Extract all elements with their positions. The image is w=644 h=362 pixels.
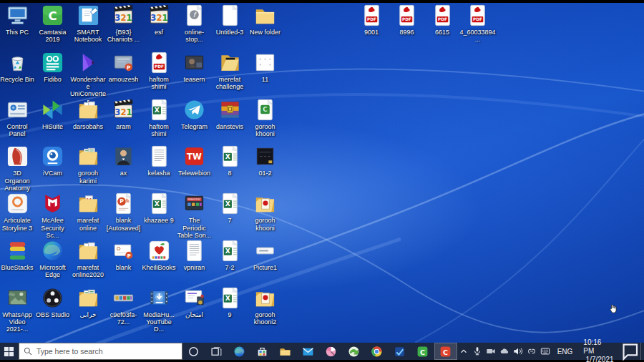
desktop-icon[interactable]: iVCam bbox=[35, 145, 70, 177]
camtasia-icon: C bbox=[41, 4, 64, 27]
desktop-icon[interactable]: danstevis bbox=[213, 98, 248, 130]
desktop-icon[interactable]: Cgorooh khooni bbox=[248, 98, 283, 138]
desktop-icon[interactable]: امتحان bbox=[177, 286, 212, 318]
desktop-icon[interactable]: vpniran bbox=[177, 239, 212, 271]
microphone-icon[interactable] bbox=[471, 343, 484, 360]
desktop-icon[interactable]: SMART Notebook bbox=[71, 4, 106, 44]
pdf-icon: PDF bbox=[360, 4, 384, 27]
onedrive-cloud-icon[interactable] bbox=[498, 343, 512, 360]
desktop-icon[interactable]: KheiliBooks bbox=[142, 239, 177, 271]
desktop-icon[interactable]: Pblank [Autosaved] bbox=[106, 192, 141, 232]
desktop-icon[interactable]: PDFhaftom shimi bbox=[142, 51, 177, 91]
desktop-icon[interactable]: X7-2 bbox=[213, 239, 248, 271]
desktop-icon[interactable]: BlueStacks bbox=[0, 239, 35, 271]
desktop-icon[interactable]: gorooh karimi bbox=[71, 145, 106, 185]
cortana-button[interactable] bbox=[182, 343, 205, 360]
desktop-icon[interactable]: Mmarefat online bbox=[71, 192, 106, 232]
file-explorer-taskbar-button[interactable] bbox=[274, 343, 297, 360]
desktop-icon[interactable]: X7 bbox=[213, 192, 248, 224]
desktop-icon[interactable]: MediaHu... YouTube D... bbox=[142, 286, 177, 333]
desktop-icon[interactable]: c9ef03fa-72... bbox=[106, 286, 141, 326]
desktop-icon[interactable]: ax bbox=[106, 145, 141, 177]
desktop-icon[interactable]: Telegram bbox=[177, 98, 212, 130]
show-desktop-button[interactable] bbox=[640, 343, 644, 360]
task-view-button[interactable] bbox=[205, 343, 228, 360]
desktop-icon[interactable]: − − −01-2 bbox=[248, 145, 283, 177]
desktop-icon-label: 11 bbox=[262, 76, 268, 83]
desktop-icon[interactable]: Xhaftom shimi bbox=[142, 98, 177, 138]
desktop-icon[interactable]: X9 bbox=[213, 286, 248, 318]
desktop-icon[interactable]: kelasha bbox=[142, 145, 177, 177]
desktop-icon[interactable]: gorooh khooni2 bbox=[248, 286, 283, 326]
desktop-icon[interactable]: This PC bbox=[0, 4, 35, 36]
desktop-icon-label: MediaHu... YouTube D... bbox=[142, 311, 177, 333]
idm-link-icon[interactable] bbox=[525, 343, 539, 360]
desktop-icon[interactable]: Xkhazaee 9 bbox=[142, 192, 177, 224]
desktop-icon[interactable]: Microsoft Edge bbox=[35, 239, 70, 279]
speaker-icon[interactable] bbox=[512, 343, 525, 360]
desktop-icon[interactable]: merefat challenge bbox=[213, 51, 248, 91]
mail-taskbar-button[interactable] bbox=[297, 343, 320, 360]
desktop-icon[interactable]: Untitled-3 bbox=[213, 4, 248, 36]
desktop-icon[interactable]: Articulate Storyline 3 bbox=[0, 192, 35, 232]
desktop-icon[interactable]: PDF6615 bbox=[425, 4, 460, 36]
desktop-icon[interactable]: 321esf bbox=[142, 4, 177, 36]
desktop-icon[interactable]: teasern bbox=[177, 51, 212, 83]
edge-icon bbox=[41, 239, 64, 263]
svg-text:PERIODIC: PERIODIC bbox=[187, 197, 201, 201]
desktop-icon[interactable]: 321{B93} Chariiots ... bbox=[106, 4, 141, 44]
desktop-icon[interactable]: Control Panel bbox=[0, 98, 35, 138]
desktop-icon[interactable]: WhatsApp Video 2021-... bbox=[0, 286, 35, 333]
desktop-icon-label: Picture1 bbox=[253, 264, 277, 271]
taskbar-search-box[interactable]: Type here to search bbox=[19, 343, 182, 360]
folder-icon bbox=[253, 4, 277, 27]
chrome-taskbar-button[interactable] bbox=[366, 343, 389, 360]
desktop-icon[interactable]: darsobahs bbox=[71, 98, 106, 130]
desktop-icon[interactable]: McAfee Security Sc... bbox=[35, 192, 70, 239]
desktop-icon[interactable]: HiSuite bbox=[35, 98, 70, 130]
chevron-up-icon[interactable] bbox=[457, 343, 471, 360]
desktop-icon[interactable]: marefat online2020 bbox=[71, 239, 106, 279]
desktop-icon[interactable]: gorooh khooni bbox=[248, 192, 283, 232]
excel-folder-icon bbox=[77, 286, 100, 310]
taskbar-clock[interactable]: 10:16 PM 1/7/2021 bbox=[577, 343, 619, 360]
desktop-icon[interactable]: Picture1 bbox=[248, 239, 283, 271]
svg-text:X: X bbox=[154, 106, 159, 114]
desktop-icon[interactable]: PDF9001 bbox=[354, 4, 389, 36]
desktop-icon[interactable]: 3D Organon Anatomy bbox=[0, 145, 35, 192]
idm-taskbar-button[interactable] bbox=[343, 343, 366, 360]
edge-taskbar-taskbar-button[interactable] bbox=[228, 343, 251, 360]
blue-app-taskbar-button[interactable] bbox=[389, 343, 411, 360]
desktop-icon[interactable]: PDF8996 bbox=[389, 4, 424, 36]
store-taskbar-button[interactable] bbox=[251, 343, 274, 360]
windows-desktop: This PCCCamtasia 2019SMART Notebook321{B… bbox=[0, 0, 644, 362]
desktop-icon[interactable]: Pblank bbox=[106, 239, 141, 271]
image-folder-icon bbox=[253, 192, 277, 215]
language-indicator[interactable]: ENG bbox=[552, 343, 578, 360]
desktop-icon[interactable]: 11 bbox=[248, 51, 283, 83]
picpick-taskbar-button[interactable] bbox=[320, 343, 343, 360]
start-button[interactable] bbox=[0, 343, 19, 360]
youtube-dl-icon bbox=[147, 286, 171, 310]
desktop-icon[interactable]: New folder bbox=[248, 4, 283, 36]
desktop-icon[interactable]: TWTelewebion bbox=[177, 145, 212, 177]
desktop-icon[interactable]: Pamouzesh bbox=[106, 51, 141, 83]
action-center-button[interactable] bbox=[620, 343, 641, 360]
desktop-icon[interactable]: CCamtasia 2019 bbox=[35, 4, 70, 44]
camera-icon[interactable] bbox=[484, 343, 498, 360]
desktop-icon[interactable]: X8 bbox=[213, 145, 248, 177]
camtasia-red-taskbar-button[interactable]: C bbox=[434, 343, 457, 360]
camtasia-green-taskbar-button[interactable]: C bbox=[411, 343, 434, 360]
desktop-icon[interactable]: خرابی bbox=[71, 286, 106, 318]
pdf-icon: PDF bbox=[466, 4, 489, 27]
desktop-icon[interactable]: PERIODICThe Periodic Table Son... bbox=[177, 192, 212, 239]
desktop-icon[interactable]: 321aram bbox=[106, 98, 141, 130]
desktop-icon[interactable]: fonline-stop... bbox=[177, 4, 212, 44]
desktop-icon-label: marefat online bbox=[71, 217, 106, 232]
desktop-icon[interactable]: OBS Studio bbox=[35, 286, 70, 318]
keyboard-icon[interactable] bbox=[539, 343, 552, 360]
desktop-icon[interactable]: PDF4_60033894... bbox=[460, 4, 495, 44]
desktop-icon[interactable]: Recycle Bin bbox=[0, 51, 35, 83]
excel-doc-icon: X bbox=[218, 192, 242, 215]
desktop-icon[interactable]: Fidibo bbox=[35, 51, 70, 83]
